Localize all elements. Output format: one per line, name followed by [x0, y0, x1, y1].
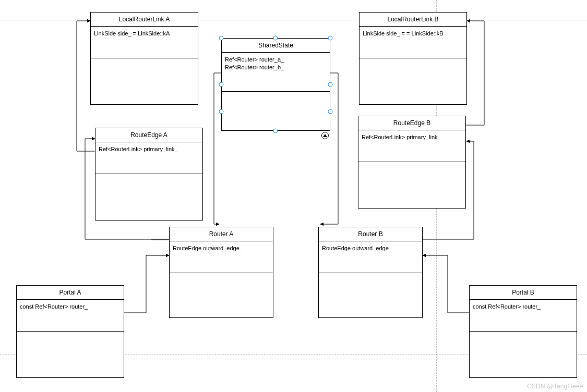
- attribute: const Ref<Router> router_: [20, 303, 121, 311]
- class-portal-a[interactable]: Portal A const Ref<Router> router_: [16, 285, 124, 378]
- class-title: LocalRouterLink A: [91, 13, 198, 27]
- attribute: RouteEdge outward_edge_: [173, 244, 270, 252]
- class-operations: [222, 92, 330, 130]
- class-operations: [17, 332, 124, 377]
- class-operations: [470, 332, 577, 377]
- class-attributes: const Ref<Router> router_: [470, 300, 577, 332]
- class-attributes: Ref<Router> router_a_ Ref<Router> router…: [222, 53, 330, 92]
- watermark: CSDN @TangGeeA: [527, 383, 584, 390]
- attribute: Ref<Router> router_a_: [225, 56, 327, 64]
- class-attributes: Ref<RouterLink> primary_link_: [95, 142, 202, 174]
- class-local-router-link-b[interactable]: LocalRouterLink B LinkSide side_ = = Lin…: [359, 12, 467, 105]
- class-attributes: Ref<RouterLink> primary_link_: [358, 130, 465, 162]
- selection-handle-e[interactable]: [328, 82, 333, 87]
- selection-handle-ne[interactable]: [328, 36, 333, 41]
- attribute: Ref<RouterLink> primary_link_: [99, 145, 199, 153]
- class-attributes: LinkSide side_ = = LinkSide::kB: [360, 27, 466, 58]
- class-attributes: const Ref<Router> router_: [17, 300, 124, 332]
- class-operations: [319, 273, 422, 317]
- class-operations: [358, 162, 465, 208]
- selection-handle-w2[interactable]: [219, 109, 224, 114]
- attribute: Ref<RouterLink> primary_link_: [362, 133, 462, 141]
- class-operations: [360, 58, 466, 104]
- class-attributes: RouteEdge outward_edge_: [170, 241, 273, 273]
- class-title: SharedState: [222, 39, 330, 53]
- class-title: LocalRouterLink B: [360, 13, 466, 27]
- class-operations: [170, 273, 273, 317]
- selection-handle-w[interactable]: [219, 82, 224, 87]
- selection-handle-nw[interactable]: [219, 36, 224, 41]
- class-local-router-link-a[interactable]: LocalRouterLink A LinkSide side_ = LinkS…: [90, 12, 198, 105]
- attribute: Ref<Router> router_b_: [225, 64, 327, 71]
- class-title: Portal B: [470, 286, 577, 300]
- selection-handle-e2[interactable]: [328, 109, 333, 114]
- class-title: Router A: [170, 227, 273, 241]
- class-route-edge-a[interactable]: RouteEdge A Ref<RouterLink> primary_link…: [95, 128, 203, 220]
- class-attributes: LinkSide side_ = LinkSide::kA: [91, 27, 198, 58]
- class-title: RouteEdge A: [95, 128, 202, 142]
- attribute: const Ref<Router> router_: [473, 303, 573, 311]
- selection-handle-n[interactable]: [273, 36, 278, 41]
- attribute: RouteEdge outward_edge_: [322, 244, 419, 252]
- class-operations: [95, 174, 202, 220]
- class-title: Portal A: [17, 286, 124, 300]
- rotate-handle[interactable]: [321, 132, 329, 139]
- class-operations: [91, 58, 198, 104]
- attribute: LinkSide side_ = LinkSide::kA: [94, 30, 195, 38]
- selection-handle-s[interactable]: [273, 129, 278, 133]
- class-title: Router B: [319, 227, 422, 241]
- class-route-edge-b[interactable]: RouteEdge B Ref<RouterLink> primary_link…: [358, 116, 466, 209]
- diagram-canvas[interactable]: LocalRouterLink A LinkSide side_ = LinkS…: [0, 0, 587, 392]
- class-router-b[interactable]: Router B RouteEdge outward_edge_: [318, 227, 423, 318]
- class-shared-state[interactable]: SharedState Ref<Router> router_a_ Ref<Ro…: [221, 38, 330, 131]
- attribute: LinkSide side_ = = LinkSide::kB: [363, 30, 463, 38]
- class-title: RouteEdge B: [358, 116, 465, 130]
- class-router-a[interactable]: Router A RouteEdge outward_edge_: [169, 227, 273, 318]
- page-guide-horizontal-top: [0, 20, 587, 20]
- class-portal-b[interactable]: Portal B const Ref<Router> router_: [469, 285, 577, 378]
- class-attributes: RouteEdge outward_edge_: [319, 241, 422, 273]
